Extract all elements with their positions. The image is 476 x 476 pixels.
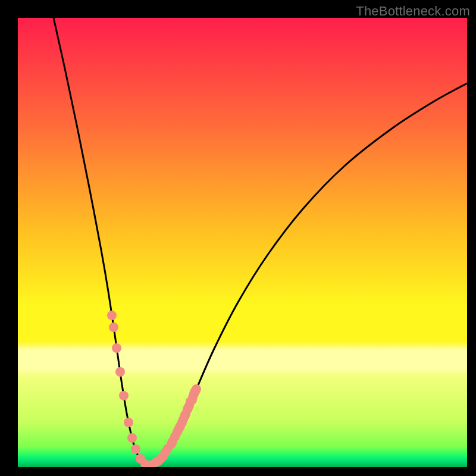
outer-frame: TheBottleneck.com — [0, 0, 476, 476]
plot-area — [18, 18, 467, 467]
marker-left-7 — [131, 444, 140, 454]
marker-dots — [107, 311, 201, 467]
marker-right-25 — [167, 439, 176, 449]
marker-left-5 — [124, 418, 133, 427]
marker-left-0 — [107, 311, 117, 320]
marker-left-1 — [109, 322, 118, 332]
marker-left-3 — [115, 367, 125, 377]
marker-right-29 — [180, 411, 190, 420]
watermark-text: TheBottleneck.com — [356, 4, 470, 19]
chart-svg — [18, 18, 467, 467]
series-right-branch — [148, 83, 467, 465]
marker-left-2 — [112, 343, 121, 353]
marker-left-4 — [119, 391, 129, 400]
marker-right-27 — [151, 458, 161, 467]
marker-right-28 — [176, 421, 185, 431]
marker-left-6 — [127, 433, 137, 443]
series-left-branch — [54, 18, 148, 465]
curve-lines — [54, 18, 467, 465]
marker-right-21 — [190, 387, 199, 397]
